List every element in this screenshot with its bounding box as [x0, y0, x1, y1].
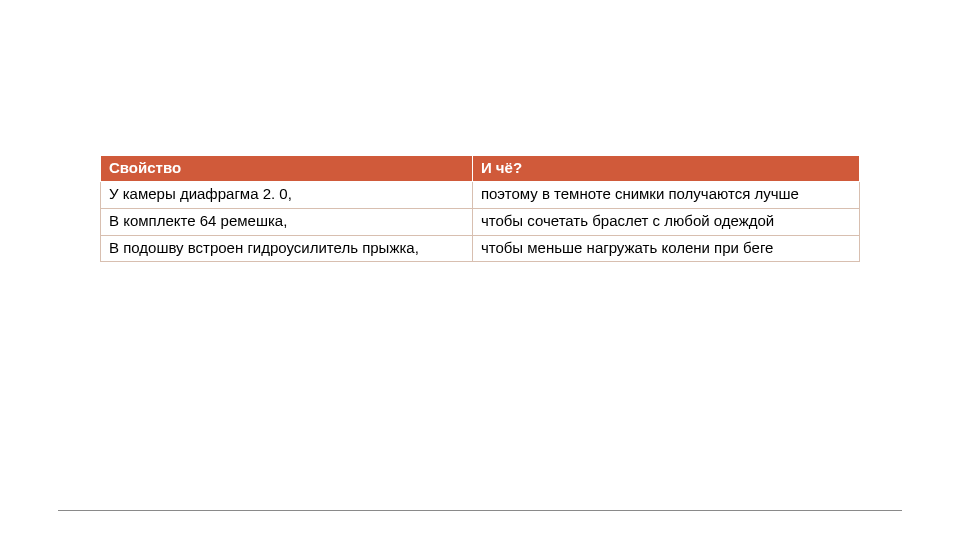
footer-divider	[58, 510, 902, 511]
table-header-row: Свойство И чё?	[101, 156, 860, 182]
table-row: В подошву встроен гидроусилитель прыжка,…	[101, 235, 860, 262]
cell-so-what: чтобы сочетать браслет с любой одеждой	[472, 208, 859, 235]
cell-property: В подошву встроен гидроусилитель прыжка,	[101, 235, 473, 262]
table-wrap: Свойство И чё? У камеры диафрагма 2. 0, …	[100, 155, 860, 262]
table-row: В комплекте 64 ремешка, чтобы сочетать б…	[101, 208, 860, 235]
cell-so-what: поэтому в темноте снимки получаются лучш…	[472, 182, 859, 209]
header-property: Свойство	[101, 156, 473, 182]
cell-property: У камеры диафрагма 2. 0,	[101, 182, 473, 209]
cell-so-what: чтобы меньше нагружать колени при беге	[472, 235, 859, 262]
slide: Свойство И чё? У камеры диафрагма 2. 0, …	[0, 0, 960, 540]
header-so-what: И чё?	[472, 156, 859, 182]
properties-table: Свойство И чё? У камеры диафрагма 2. 0, …	[100, 155, 860, 262]
table-row: У камеры диафрагма 2. 0, поэтому в темно…	[101, 182, 860, 209]
cell-property: В комплекте 64 ремешка,	[101, 208, 473, 235]
